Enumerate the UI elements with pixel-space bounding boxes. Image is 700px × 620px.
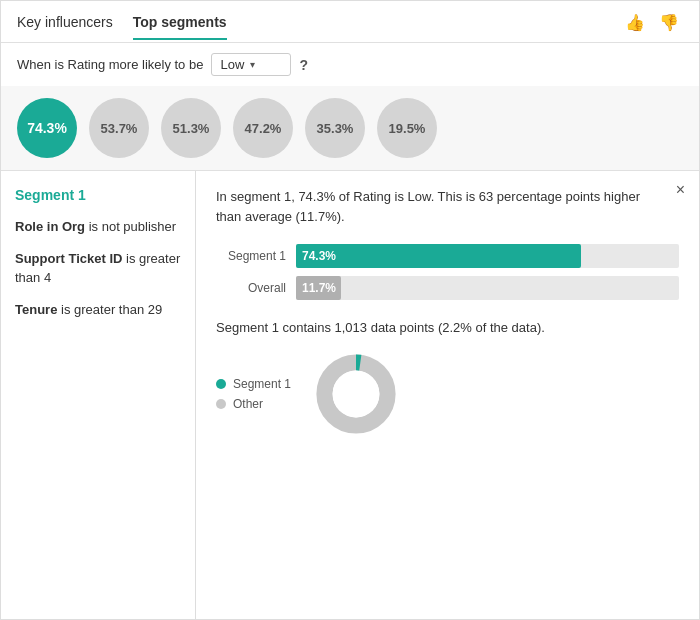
- condition-0: Role in Org is not publisher: [15, 217, 181, 237]
- legend-dot-1: [216, 399, 226, 409]
- bar-track-1: 11.7%: [296, 276, 679, 300]
- condition-1: Support Ticket ID is greater than 4: [15, 249, 181, 288]
- bar-label-1: Overall: [216, 281, 286, 295]
- tab-key-influencers[interactable]: Key influencers: [17, 14, 113, 40]
- bubble-label-1: 53.7%: [101, 121, 138, 136]
- bubble-1[interactable]: 53.7%: [89, 98, 149, 158]
- close-button[interactable]: ×: [676, 181, 685, 199]
- bar-row-1: Overall 11.7%: [216, 276, 679, 300]
- bubble-label-0: 74.3%: [27, 120, 67, 136]
- donut-container: Segment 1 Other: [216, 349, 679, 439]
- legend: Segment 1 Other: [216, 377, 291, 411]
- dropdown-value: Low: [220, 57, 244, 72]
- help-icon[interactable]: ?: [299, 57, 308, 73]
- tabs-header: Key influencers Top segments 👍 👎: [1, 1, 699, 43]
- bubble-4[interactable]: 35.3%: [305, 98, 365, 158]
- bubble-2[interactable]: 51.3%: [161, 98, 221, 158]
- bubble-label-2: 51.3%: [173, 121, 210, 136]
- donut-text: Segment 1 contains 1,013 data points (2.…: [216, 320, 679, 335]
- bar-chart: Segment 1 74.3% Overall 11.7%: [216, 244, 679, 300]
- condition-2: Tenure is greater than 29: [15, 300, 181, 320]
- right-panel: × In segment 1, 74.3% of Rating is Low. …: [196, 171, 699, 619]
- legend-item-0: Segment 1: [216, 377, 291, 391]
- condition-0-field: Role in Org: [15, 219, 85, 234]
- bubble-label-5: 19.5%: [389, 121, 426, 136]
- chevron-down-icon: ▾: [250, 59, 255, 70]
- thumbs-up-button[interactable]: 👍: [621, 11, 649, 34]
- donut-chart: [311, 349, 401, 439]
- header-actions: 👍 👎: [621, 11, 683, 42]
- bubbles-row: 74.3% 53.7% 51.3% 47.2% 35.3% 19.5%: [1, 86, 699, 171]
- bar-fill-1: 11.7%: [296, 276, 341, 300]
- bar-row-0: Segment 1 74.3%: [216, 244, 679, 268]
- bubble-5[interactable]: 19.5%: [377, 98, 437, 158]
- bar-fill-0: 74.3%: [296, 244, 581, 268]
- segment-title: Segment 1: [15, 187, 181, 203]
- condition-2-value: is greater than 29: [61, 302, 162, 317]
- thumbs-down-button[interactable]: 👎: [655, 11, 683, 34]
- bar-value-0: 74.3%: [302, 249, 336, 263]
- bar-value-1: 11.7%: [302, 281, 336, 295]
- bubble-3[interactable]: 47.2%: [233, 98, 293, 158]
- rating-dropdown[interactable]: Low ▾: [211, 53, 291, 76]
- svg-point-2: [333, 371, 380, 418]
- condition-2-field: Tenure: [15, 302, 57, 317]
- bubble-0[interactable]: 74.3%: [17, 98, 77, 158]
- legend-label-1: Other: [233, 397, 263, 411]
- main-container: Key influencers Top segments 👍 👎 When is…: [0, 0, 700, 620]
- legend-item-1: Other: [216, 397, 291, 411]
- tab-group: Key influencers Top segments: [17, 14, 227, 40]
- legend-label-0: Segment 1: [233, 377, 291, 391]
- bar-track-0: 74.3%: [296, 244, 679, 268]
- main-content: Segment 1 Role in Org is not publisher S…: [1, 171, 699, 619]
- bubble-label-3: 47.2%: [245, 121, 282, 136]
- subtitle-prefix: When is Rating more likely to be: [17, 57, 203, 72]
- bubble-label-4: 35.3%: [317, 121, 354, 136]
- legend-dot-0: [216, 379, 226, 389]
- description-text: In segment 1, 74.3% of Rating is Low. Th…: [216, 187, 679, 226]
- donut-section: Segment 1 contains 1,013 data points (2.…: [216, 320, 679, 439]
- bar-label-0: Segment 1: [216, 249, 286, 263]
- left-panel: Segment 1 Role in Org is not publisher S…: [1, 171, 196, 619]
- condition-0-value: is not publisher: [89, 219, 176, 234]
- tab-top-segments[interactable]: Top segments: [133, 14, 227, 40]
- subtitle-row: When is Rating more likely to be Low ▾ ?: [1, 43, 699, 86]
- condition-1-field: Support Ticket ID: [15, 251, 122, 266]
